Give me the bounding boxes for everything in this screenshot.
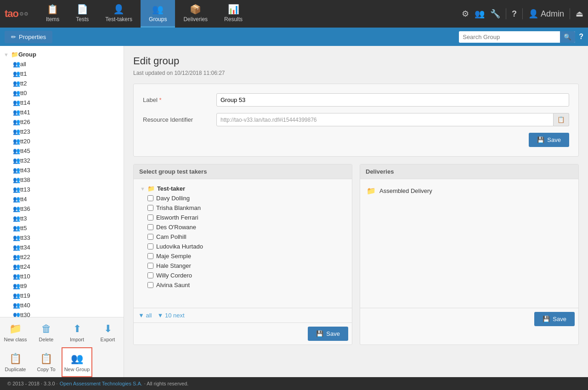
- taker-checkbox-8[interactable]: [147, 263, 153, 269]
- nav-right: ⚙ 👥 🔧 ? 👤 Admin ⏏: [462, 8, 583, 19]
- deliveries-panel: Deliveries 📁 Assembled Delivery 💾 Save: [360, 164, 579, 345]
- top-navigation: tao ⚙⚙ 📋 Items 📄 Tests 👤 Test-takers 👥 G…: [0, 0, 588, 28]
- sidebar-item-tt5[interactable]: 👥 tt5: [0, 223, 124, 233]
- group-icon-tt9: 👥: [13, 283, 20, 289]
- nav-item-results[interactable]: 📊 Results: [216, 0, 251, 28]
- resource-id-copy-button[interactable]: 📋: [554, 113, 569, 126]
- pagination-all[interactable]: ▼ all: [138, 312, 152, 319]
- taker-item-5[interactable]: Cam Polhill: [138, 232, 347, 242]
- new-class-button[interactable]: 📁 New class: [0, 317, 31, 347]
- taker-item-6[interactable]: Ludovika Hurtado: [138, 242, 347, 251]
- item-label-tt2: tt2: [20, 80, 27, 87]
- sidebar-item-tt20[interactable]: 👥 tt20: [0, 136, 124, 146]
- deliveries-footer: 💾 Save: [360, 308, 578, 330]
- group-icon-tt23: 👥: [13, 128, 20, 135]
- sidebar-item-tt34[interactable]: 👥 tt34: [0, 243, 124, 252]
- deliveries-save-button[interactable]: 💾 Save: [534, 312, 575, 326]
- sidebar-item-tt2[interactable]: 👥 tt2: [0, 79, 124, 88]
- sidebar-item-tt14[interactable]: 👥 tt14: [0, 98, 124, 107]
- takers-save-button[interactable]: 💾 Save: [308, 327, 348, 341]
- taker-checkbox-9[interactable]: [147, 272, 153, 278]
- sidebar-item-tt32[interactable]: 👥 tt32: [0, 156, 124, 165]
- sidebar-tree-root[interactable]: ▼ 📁 Group: [0, 50, 124, 59]
- sidebar-item-tt9[interactable]: 👥 tt9: [0, 281, 124, 291]
- taker-checkbox-4[interactable]: [147, 224, 153, 230]
- taker-item-2[interactable]: Trisha Blankman: [138, 203, 347, 213]
- sidebar-item-tt3[interactable]: 👥 tt3: [0, 214, 124, 223]
- sidebar-item-all[interactable]: 👥 all: [0, 59, 124, 69]
- item-label-tt1: tt1: [20, 70, 27, 77]
- label-input[interactable]: [216, 93, 569, 107]
- sidebar-item-tt45[interactable]: 👥 tt45: [0, 146, 124, 156]
- sidebar-item-tt43[interactable]: 👥 tt43: [0, 165, 124, 175]
- taker-checkbox-5[interactable]: [147, 234, 153, 240]
- nav-item-groups[interactable]: 👥 Groups: [141, 0, 175, 28]
- properties-button[interactable]: ✏ Properties: [5, 31, 52, 43]
- taker-tree-root[interactable]: ▼ 📁 Test-taker: [138, 184, 347, 193]
- taker-item-9[interactable]: Willy Cordero: [138, 271, 347, 280]
- users-icon[interactable]: 👥: [475, 9, 485, 19]
- logo-text: tao: [5, 8, 18, 20]
- nav-item-deliveries[interactable]: 📦 Deliveries: [175, 0, 216, 28]
- sidebar-item-tt41[interactable]: 👥 tt41: [0, 107, 124, 117]
- export-button[interactable]: ⬇ Export: [92, 317, 123, 347]
- sidebar-item-tt24[interactable]: 👥 tt24: [0, 262, 124, 271]
- taker-item-4[interactable]: Des O'Rowane: [138, 222, 347, 232]
- nav-item-items[interactable]: 📋 Items: [38, 0, 68, 28]
- sidebar-item-tt36[interactable]: 👥 tt36: [0, 204, 124, 214]
- label-row: Label *: [143, 93, 569, 107]
- form-save-button[interactable]: 💾 Save: [529, 133, 569, 147]
- taker-item-1[interactable]: Davy Dolling: [138, 193, 347, 203]
- help-button[interactable]: ?: [579, 33, 583, 41]
- item-label-tt32: tt32: [20, 157, 30, 164]
- sidebar-item-tt40[interactable]: 👥 tt40: [0, 300, 124, 310]
- copy-to-button[interactable]: 📋 Copy To: [31, 347, 62, 377]
- footer-link[interactable]: Open Assessment Technologies S.A.: [60, 381, 142, 386]
- sidebar-item-tt30[interactable]: 👥 tt30: [0, 310, 124, 317]
- group-icon-tt41: 👥: [13, 109, 20, 116]
- taker-checkbox-1[interactable]: [147, 195, 153, 201]
- new-class-icon: 📁: [9, 323, 22, 335]
- delivery-label-1: Assembled Delivery: [379, 187, 432, 194]
- delete-button[interactable]: 🗑 Delete: [31, 317, 62, 347]
- save-icon: 💾: [537, 136, 544, 143]
- duplicate-button[interactable]: 📋 Duplicate: [0, 347, 31, 377]
- new-group-button[interactable]: 👥 New Group: [62, 347, 92, 377]
- pagination-next[interactable]: ▼ 10 next: [158, 312, 185, 319]
- search-group-input[interactable]: [459, 31, 560, 43]
- tools-icon[interactable]: 🔧: [490, 9, 500, 19]
- delivery-item-1[interactable]: 📁 Assembled Delivery: [365, 184, 574, 198]
- nav-item-test-takers[interactable]: 👤 Test-takers: [97, 0, 141, 28]
- taker-checkbox-3[interactable]: [147, 215, 153, 220]
- new-group-icon: 👥: [71, 353, 83, 365]
- logout-icon[interactable]: ⏏: [576, 9, 583, 19]
- sidebar-item-tt22[interactable]: 👥 tt22: [0, 252, 124, 262]
- pencil-icon: ✏: [11, 34, 16, 40]
- nav-item-tests[interactable]: 📄 Tests: [68, 0, 97, 28]
- taker-checkbox-2[interactable]: [147, 205, 153, 211]
- taker-item-7[interactable]: Maje Semple: [138, 251, 347, 261]
- search-button[interactable]: 🔍: [560, 31, 575, 43]
- sidebar-item-tt10[interactable]: 👥 tt10: [0, 271, 124, 281]
- resource-id-row: Resource Identifier 📋: [143, 113, 569, 126]
- sidebar-item-tt4[interactable]: 👥 tt4: [0, 194, 124, 204]
- sidebar-item-tt13[interactable]: 👥 tt13: [0, 185, 124, 194]
- sidebar-item-tt33[interactable]: 👥 tt33: [0, 233, 124, 243]
- sidebar-item-tt19[interactable]: 👥 tt19: [0, 291, 124, 300]
- taker-item-3[interactable]: Elsworth Ferrari: [138, 213, 347, 222]
- taker-checkbox-10[interactable]: [147, 282, 153, 288]
- help-icon[interactable]: ?: [512, 9, 517, 19]
- resource-id-input[interactable]: [216, 113, 554, 126]
- settings-icon[interactable]: ⚙: [462, 9, 469, 19]
- sidebar-item-tt26[interactable]: 👥 tt26: [0, 117, 124, 127]
- sidebar-item-tt0[interactable]: 👥 tt0: [0, 88, 124, 98]
- sidebar-item-tt38[interactable]: 👥 tt38: [0, 175, 124, 185]
- duplicate-label: Duplicate: [5, 367, 26, 372]
- taker-item-8[interactable]: Hale Stanger: [138, 261, 347, 271]
- taker-item-10[interactable]: Alvina Saunt: [138, 280, 347, 290]
- sidebar-item-tt1[interactable]: 👥 tt1: [0, 69, 124, 79]
- import-button[interactable]: ⬆ Import: [62, 317, 92, 347]
- sidebar-item-tt23[interactable]: 👥 tt23: [0, 127, 124, 136]
- taker-checkbox-7[interactable]: [147, 253, 153, 259]
- taker-checkbox-6[interactable]: [147, 243, 153, 249]
